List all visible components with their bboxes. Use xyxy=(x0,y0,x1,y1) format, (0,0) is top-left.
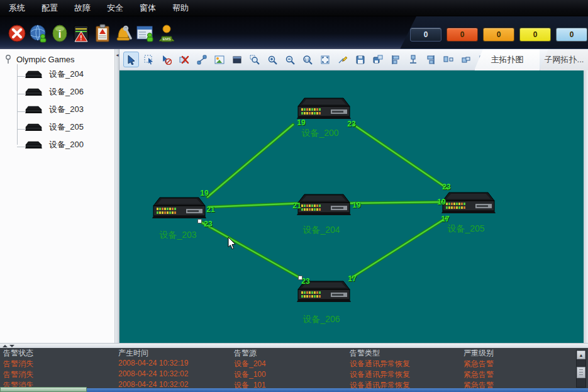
legend-panel-icon[interactable] xyxy=(229,52,245,67)
create-link-icon[interactable] xyxy=(194,52,209,67)
topology-canvas[interactable]: 设备_200 设备_203 设备_204 设备_205 设备_206 19 19… xyxy=(119,70,584,343)
device-alarm-icon[interactable]: ! xyxy=(70,23,92,44)
alarm-list-icon[interactable] xyxy=(92,23,113,44)
collapse-sidebar-icon[interactable]: ◄ xyxy=(115,53,119,57)
ems-user-icon[interactable]: EMS xyxy=(156,23,177,44)
sidebar-item-device-200[interactable]: 设备_200 xyxy=(25,139,84,150)
menu-window[interactable]: 窗体 xyxy=(136,1,160,15)
zoom-actual-icon[interactable]: 1:1 xyxy=(299,52,315,67)
bottom-left-fragment xyxy=(0,387,87,392)
node-device-204[interactable] xyxy=(296,193,352,218)
marquee-select-icon[interactable] xyxy=(141,52,157,67)
tab-label: 子网拓扑... xyxy=(545,54,584,65)
tree-root-olympic-games[interactable]: Olympic Games xyxy=(5,54,74,64)
port-label: 21 xyxy=(206,205,214,214)
device-icon xyxy=(25,141,43,149)
zoom-area-icon[interactable] xyxy=(247,52,262,67)
node-device-203[interactable] xyxy=(151,196,208,221)
expand-table-icon[interactable] xyxy=(3,345,8,347)
select-cursor-icon[interactable] xyxy=(123,52,139,67)
port-label: 23 xyxy=(442,182,450,191)
exit-icon[interactable] xyxy=(6,23,28,44)
tree-expander-icon[interactable] xyxy=(5,54,11,64)
cell-time: 2008-04-24 10:32:19 xyxy=(118,359,188,367)
fit-view-icon[interactable] xyxy=(317,52,333,67)
counter-warning[interactable]: 0 xyxy=(556,28,587,42)
col-occur-time[interactable]: 产生时间 xyxy=(118,348,148,359)
save-icon[interactable] xyxy=(352,52,368,67)
cell-time: 2008-04-24 10:32:02 xyxy=(118,380,188,389)
node-label-206: 设备_206 xyxy=(293,314,350,325)
node-label-200: 设备_200 xyxy=(292,128,348,139)
scroll-up-icon[interactable]: ▲ xyxy=(577,350,585,359)
port-label: 23 xyxy=(301,277,309,286)
port-label: 19 xyxy=(352,201,360,210)
link-selection-handle[interactable] xyxy=(298,276,302,280)
sidebar-splitter[interactable]: ◄ xyxy=(115,49,119,343)
tab-main-topology[interactable]: 主拓扑图 xyxy=(474,49,540,70)
svg-text:!: ! xyxy=(80,35,82,42)
menu-system[interactable]: 系统 xyxy=(5,1,29,15)
col-severity[interactable]: 严重级别 xyxy=(463,348,494,359)
node-device-205[interactable] xyxy=(440,191,497,216)
col-alarm-source[interactable]: 告警源 xyxy=(234,348,257,359)
menu-config[interactable]: 配置 xyxy=(38,1,62,15)
link-selection-handle[interactable] xyxy=(197,219,202,223)
tab-subnet-topology[interactable]: 子网拓扑... xyxy=(540,49,588,70)
svg-text:i: i xyxy=(58,28,62,40)
sidebar-item-device-203[interactable]: 设备_203 xyxy=(25,104,84,115)
edit-link-icon[interactable] xyxy=(335,52,350,67)
menu-security[interactable]: 安全 xyxy=(103,1,127,15)
col-alarm-type[interactable]: 告警类型 xyxy=(350,348,380,359)
collapse-table-icon[interactable] xyxy=(9,345,14,347)
menu-fault[interactable]: 故障 xyxy=(70,1,94,15)
col-alarm-status[interactable]: 告警状态 xyxy=(3,348,33,359)
canvas-scrollbar[interactable] xyxy=(584,70,588,343)
distribute-horizontal-icon[interactable] xyxy=(440,52,456,67)
tree-root-label: Olympic Games xyxy=(16,55,74,64)
alarm-row[interactable]: 告警消失 2008-04-24 10:32:19 设备_204 设备通讯异常恢复… xyxy=(0,359,574,369)
align-right-icon[interactable] xyxy=(423,52,438,67)
table-splitter[interactable] xyxy=(0,343,588,348)
sidebar-item-device-205[interactable]: 设备_205 xyxy=(25,121,84,133)
cell-type: 设备通讯异常恢复 xyxy=(350,359,410,369)
zoom-in-icon[interactable] xyxy=(264,52,280,67)
delete-node-icon[interactable] xyxy=(176,52,192,67)
cell-severity: 紧急告警 xyxy=(463,369,494,380)
topology-toolbar: 1:1 主拓扑图 子网拓扑... xyxy=(119,49,588,70)
device-icon xyxy=(25,106,43,114)
window-manager-icon[interactable] xyxy=(135,23,156,44)
tab-label: 主拓扑图 xyxy=(491,54,524,65)
node-device-200[interactable] xyxy=(296,96,352,121)
align-port-icon[interactable] xyxy=(405,52,421,67)
scroll-thumb[interactable] xyxy=(577,367,585,378)
align-left-icon[interactable] xyxy=(387,52,403,67)
sidebar-item-device-204[interactable]: 设备_204 xyxy=(25,69,84,80)
table-scrollbar[interactable]: ▲ xyxy=(576,350,586,388)
alarm-table: 告警状态 产生时间 告警源 告警类型 严重级别 告警消失 2008-04-24 … xyxy=(0,348,588,392)
zoom-out-icon[interactable] xyxy=(282,52,297,67)
port-label: 19 xyxy=(437,198,445,206)
background-image-icon[interactable] xyxy=(211,52,227,67)
topology-globe-icon[interactable] xyxy=(28,23,49,44)
sidebar-item-device-206[interactable]: 设备_206 xyxy=(25,86,84,98)
counter-critical[interactable]: 0 xyxy=(447,28,478,42)
info-icon[interactable]: i xyxy=(49,23,70,44)
node-label-205: 设备_205 xyxy=(438,223,494,235)
node-label-203: 设备_203 xyxy=(150,230,206,241)
distribute-overlap-icon[interactable] xyxy=(458,52,474,67)
select-disabled-icon[interactable] xyxy=(158,52,174,67)
counter-minor[interactable]: 0 xyxy=(519,28,551,42)
counter-major[interactable]: 0 xyxy=(483,28,514,42)
window-bottom-border xyxy=(87,388,588,392)
ems-window: 系统 配置 故障 安全 窗体 帮助 i ! xyxy=(0,0,588,392)
alarm-settings-icon[interactable] xyxy=(113,23,135,44)
counter-indeterminate[interactable]: 0 xyxy=(410,28,441,42)
alarm-table-header: 告警状态 产生时间 告警源 告警类型 严重级别 xyxy=(0,348,574,359)
export-view-icon[interactable] xyxy=(370,52,386,67)
menu-help[interactable]: 帮助 xyxy=(169,1,192,15)
cell-status: 告警消失 xyxy=(3,359,33,369)
device-icon xyxy=(25,88,43,96)
alarm-row[interactable]: 告警消失 2008-04-24 10:32:02 设备_100 设备通讯异常恢复… xyxy=(0,369,574,380)
cell-source: 设备_204 xyxy=(234,359,266,369)
